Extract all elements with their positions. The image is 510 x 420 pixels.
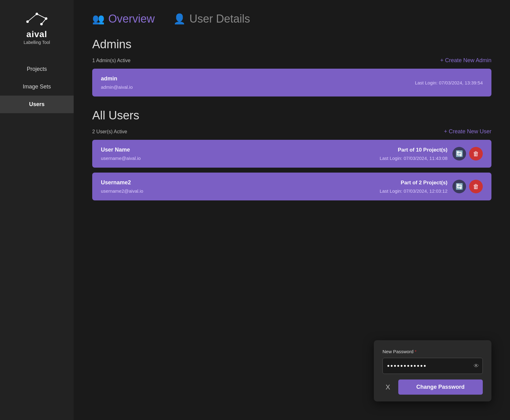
user-0-left: User Name username@aival.io [101, 147, 141, 161]
svg-line-5 [37, 14, 46, 19]
password-input-wrap: 👁 [382, 358, 483, 374]
logo-subtitle: Labelling Tool [24, 40, 50, 45]
admin-card-left: admin admin@aival.io [101, 75, 133, 90]
tab-overview-label: Overview [108, 12, 155, 25]
user-0-last-login: Last Login: 07/03/2024, 11:43:08 [380, 156, 447, 161]
overview-icon: 👥 [92, 13, 105, 25]
user-1-last-login: Last Login: 07/03/2024, 12:03:12 [380, 188, 447, 194]
tab-user-details[interactable]: 👤 User Details [173, 12, 250, 25]
create-user-link[interactable]: + Create New User [444, 128, 491, 135]
password-popup: New Password* 👁 X Change Password [374, 340, 491, 401]
tab-overview[interactable]: 👥 Overview [92, 12, 155, 25]
admin-email: admin@aival.io [101, 84, 133, 90]
eye-icon[interactable]: 👁 [473, 363, 479, 369]
users-meta: 2 User(s) Active + Create New User [92, 128, 491, 135]
cancel-button[interactable]: X [382, 382, 393, 392]
user-1-actions: 🔄 🗑 [452, 180, 483, 193]
nav-items: Projects Image Sets Users [0, 60, 74, 113]
change-password-button[interactable]: Change Password [398, 379, 483, 395]
admins-count: 1 Admin(s) Active [92, 58, 131, 63]
create-admin-link[interactable]: + Create New Admin [440, 57, 491, 64]
user-1-right: Part of 2 Project(s) Last Login: 07/03/2… [380, 180, 447, 194]
tab-bar: 👥 Overview 👤 User Details [92, 12, 491, 25]
users-title: All Users [92, 109, 491, 122]
logo-area: aival Labelling Tool [21, 9, 52, 45]
sidebar-item-projects[interactable]: Projects [0, 60, 74, 78]
user-1-delete-button[interactable]: 🗑 [469, 180, 483, 193]
user-1-left: Username2 username2@aival.io [101, 179, 143, 194]
user-0-delete-button[interactable]: 🗑 [469, 147, 483, 161]
user-1-password-button[interactable]: 🔄 [452, 180, 466, 193]
sidebar: aival Labelling Tool Projects Image Sets… [0, 0, 74, 420]
sidebar-item-users[interactable]: Users [0, 96, 74, 113]
user-0-projects: Part of 10 Project(s) [398, 147, 447, 153]
admin-name: admin [101, 75, 133, 82]
main-content: 👥 Overview 👤 User Details Admins 1 Admin… [74, 0, 510, 420]
user-card-1[interactable]: Username2 username2@aival.io Part of 2 P… [92, 173, 491, 200]
user-1-projects: Part of 2 Project(s) [401, 180, 447, 186]
user-card-0[interactable]: User Name username@aival.io Part of 10 P… [92, 140, 491, 168]
user-0-name: User Name [101, 147, 141, 153]
admin-last-login: Last Login: 07/03/2024, 13:39:54 [415, 80, 483, 85]
logo-title: aival [26, 29, 47, 39]
users-section: All Users 2 User(s) Active + Create New … [92, 109, 491, 200]
user-0-email: username@aival.io [101, 156, 141, 161]
user-1-name: Username2 [101, 179, 143, 186]
admins-meta: 1 Admin(s) Active + Create New Admin [92, 57, 491, 64]
users-count: 2 User(s) Active [92, 129, 127, 135]
user-0-right: Part of 10 Project(s) Last Login: 07/03/… [380, 147, 447, 161]
tab-user-details-label: User Details [189, 12, 250, 25]
user-1-email: username2@aival.io [101, 188, 143, 194]
logo-icon [21, 9, 52, 28]
sidebar-item-image-sets[interactable]: Image Sets [0, 78, 74, 96]
new-password-input[interactable] [382, 358, 483, 374]
user-0-actions: 🔄 🗑 [452, 147, 483, 161]
admins-section: Admins 1 Admin(s) Active + Create New Ad… [92, 38, 491, 96]
svg-line-6 [41, 19, 46, 24]
required-marker: * [415, 349, 417, 354]
user-details-icon: 👤 [173, 13, 186, 25]
admin-card[interactable]: admin admin@aival.io Last Login: 07/03/2… [92, 69, 491, 96]
password-popup-label: New Password* [382, 349, 483, 354]
popup-actions: X Change Password [382, 379, 483, 395]
user-0-password-button[interactable]: 🔄 [452, 147, 466, 161]
svg-line-4 [28, 14, 37, 22]
admins-title: Admins [92, 38, 491, 51]
